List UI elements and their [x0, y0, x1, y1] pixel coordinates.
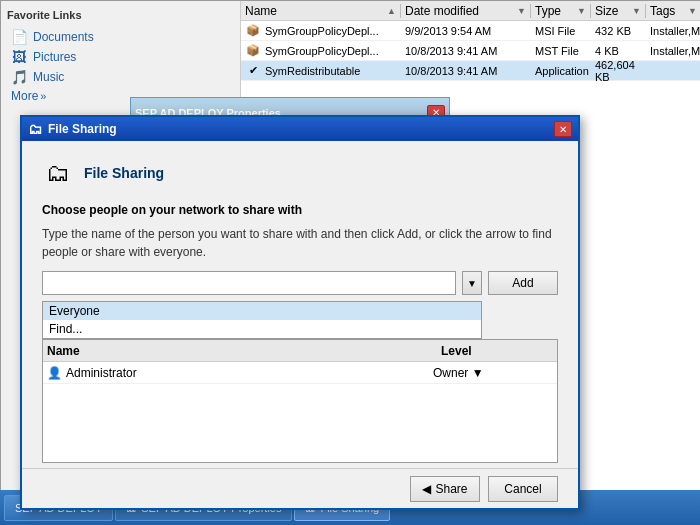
- share-table-body: 👤 Administrator Owner ▼: [43, 362, 557, 462]
- fav-music-label: Music: [33, 70, 64, 84]
- more-label: More: [11, 89, 38, 103]
- col-tags[interactable]: Tags ▼: [646, 4, 700, 18]
- file-date-1: 10/8/2013 9:41 AM: [401, 45, 531, 57]
- fav-documents-label: Documents: [33, 30, 94, 44]
- cancel-button[interactable]: Cancel: [488, 476, 558, 502]
- table-row[interactable]: 📦 SymGroupPolicyDepl... 9/9/2013 9:54 AM…: [241, 21, 700, 41]
- share-description: Type the name of the person you want to …: [42, 225, 558, 261]
- type-sort-arrow: ▼: [577, 6, 586, 16]
- size-sort-arrow: ▼: [632, 6, 641, 16]
- share-input-row: ▼ Add: [42, 271, 558, 295]
- col-type[interactable]: Type ▼: [531, 4, 591, 18]
- level-arrow-icon: ▼: [472, 366, 484, 380]
- table-row[interactable]: ✔ SymRedistributable 10/8/2013 9:41 AM A…: [241, 61, 700, 81]
- file-date-0: 9/9/2013 9:54 AM: [401, 25, 531, 37]
- name-sort-arrow: ▲: [387, 6, 396, 16]
- share-table-row[interactable]: 👤 Administrator Owner ▼: [43, 362, 557, 384]
- share-col-name: Name: [43, 344, 437, 358]
- add-button[interactable]: Add: [488, 271, 558, 295]
- share-icon: 🗂: [42, 157, 74, 189]
- file-name-0: SymGroupPolicyDepl...: [265, 25, 379, 37]
- file-type-2: Application: [531, 65, 591, 77]
- file-tags-0: Installer,M...: [646, 25, 700, 37]
- share-subheading: Choose people on your network to share w…: [42, 203, 558, 217]
- share-table: Name Level 👤 Administrator Owner ▼: [42, 339, 558, 463]
- favorite-links-title: Favorite Links: [7, 9, 234, 21]
- share-row-level: Owner ▼: [433, 366, 553, 380]
- dialog-heading: File Sharing: [84, 165, 164, 181]
- file-name-1: SymGroupPolicyDepl...: [265, 45, 379, 57]
- dropdown-item-everyone[interactable]: Everyone: [43, 302, 481, 320]
- cancel-btn-label: Cancel: [504, 482, 541, 496]
- share-col-level: Level: [437, 344, 557, 358]
- music-icon: 🎵: [11, 69, 27, 85]
- share-dropdown-button[interactable]: ▼: [462, 271, 482, 295]
- share-row-name-text: Administrator: [66, 366, 137, 380]
- more-arrows-icon: »: [40, 90, 46, 102]
- fav-pictures-label: Pictures: [33, 50, 76, 64]
- dialog-titlebar: 🗂 File Sharing ✕: [22, 117, 578, 141]
- dialog-close-button[interactable]: ✕: [554, 121, 572, 137]
- documents-icon: 📄: [11, 29, 27, 45]
- tags-sort-arrow: ▼: [688, 6, 697, 16]
- file-table-header: Name ▲ Date modified ▼ Type ▼ Size ▼ Tag…: [241, 1, 700, 21]
- col-name[interactable]: Name ▲: [241, 4, 401, 18]
- file-size-2: 462,604 KB: [591, 59, 646, 83]
- file-size-1: 4 KB: [591, 45, 646, 57]
- file-date-2: 10/8/2013 9:41 AM: [401, 65, 531, 77]
- dialog-title-icon: 🗂: [28, 121, 42, 137]
- share-btn-label: Share: [435, 482, 467, 496]
- fav-documents[interactable]: 📄 Documents: [7, 27, 234, 47]
- file-icon-1: 📦: [245, 43, 261, 59]
- pictures-icon: 🖼: [11, 49, 27, 65]
- file-size-0: 432 KB: [591, 25, 646, 37]
- fav-pictures[interactable]: 🖼 Pictures: [7, 47, 234, 67]
- file-type-0: MSI File: [531, 25, 591, 37]
- fav-music[interactable]: 🎵 Music: [7, 67, 234, 87]
- dropdown-item-find[interactable]: Find...: [43, 320, 481, 338]
- dialog-footer: ◀ Share Cancel: [22, 468, 578, 508]
- dialog-title-text: File Sharing: [48, 122, 117, 136]
- share-btn-icon: ◀: [422, 482, 431, 496]
- user-icon: 👤: [47, 366, 62, 380]
- share-name-input[interactable]: [42, 271, 456, 295]
- date-sort-arrow: ▼: [517, 6, 526, 16]
- file-icon-2: ✔: [245, 63, 261, 79]
- share-table-header: Name Level: [43, 340, 557, 362]
- col-size[interactable]: Size ▼: [591, 4, 646, 18]
- file-type-1: MST File: [531, 45, 591, 57]
- dialog-header: 🗂 File Sharing: [42, 157, 558, 189]
- file-name-2: SymRedistributable: [265, 65, 360, 77]
- file-sharing-dialog: 🗂 File Sharing ✕ 🗂 File Sharing Choose p…: [20, 115, 580, 510]
- share-dropdown-list: Everyone Find...: [42, 301, 482, 339]
- file-tags-1: Installer,M...: [646, 45, 700, 57]
- file-icon-0: 📦: [245, 23, 261, 39]
- col-date[interactable]: Date modified ▼: [401, 4, 531, 18]
- share-button[interactable]: ◀ Share: [410, 476, 480, 502]
